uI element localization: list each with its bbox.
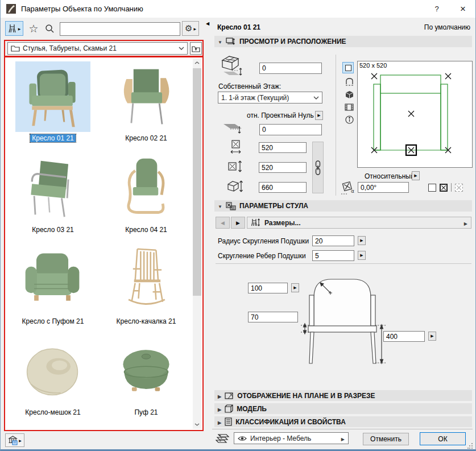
toggle-x-square-dashed[interactable] [455,184,463,192]
square-symbol-icon [345,65,351,71]
plan-preview-drawing [358,61,472,167]
object-settings-dialog: Параметры Объекта по Умолчанию ? × ☆ ⚙ С… [0,0,476,451]
section-header-chair-params[interactable]: ПАРАМЕТРЫ СТУЛА [214,200,472,212]
close-button[interactable]: × [454,2,471,16]
param-flyout-button[interactable] [358,251,366,260]
column-divider [336,55,336,196]
dim-flyout-button[interactable] [428,332,436,341]
section-title: ПРОСМОТР И РАСПОЛОЖЕНИЕ [239,38,346,45]
relative-to-flyout-button[interactable] [315,111,323,120]
toggle-x-square-selected[interactable] [440,184,448,192]
toggle-divider [451,183,452,192]
list-item[interactable]: Кресло 04 21 [109,153,184,234]
layer-selector[interactable]: Интерьер - Мебель [234,432,349,444]
preview-info-button[interactable] [343,114,355,125]
object-preview-area[interactable]: 520 x 520 [357,61,473,168]
back-radius-input[interactable] [248,283,288,293]
chevron-down-icon [179,47,184,50]
library-settings-button[interactable]: ⚙ [182,21,199,36]
home-story-dropdown[interactable]: 1. 1-й этаж (Текущий) [218,92,322,104]
cancel-button[interactable]: Отменить [363,433,409,445]
search-button[interactable] [43,22,56,35]
object-name-label: Кресло 02 21 [123,134,169,142]
preview-3d-view-button[interactable] [343,89,355,100]
object-type-button[interactable] [5,21,23,36]
preview-section-icon [226,38,236,45]
dim-flyout-button[interactable] [291,283,299,292]
help-button[interactable]: ? [428,2,445,16]
chair-params-section-icon [226,202,236,210]
rotation-label: Относительный [365,172,415,180]
cushion-edge-round-input[interactable] [312,250,354,261]
list-item[interactable]: Пуф 21 [109,336,184,416]
object-name-label: Кресло-мешок 21 [23,408,82,416]
seat-height-input[interactable] [383,331,425,342]
object-thumbnail [109,245,184,315]
height-input[interactable] [259,182,307,193]
search-icon [45,24,55,34]
rotation-angle-input[interactable] [358,182,409,193]
rotation-flyout-button[interactable] [412,171,420,180]
collapse-panel-arrow[interactable] [206,19,209,27]
scroll-down-button[interactable] [193,420,201,429]
default-state-label: По умолчанию [424,23,470,31]
collapse-arrow-icon [218,202,222,210]
folder-row-highlight: Стулья, Табуреты, Скамьи 21 [4,40,204,57]
list-item[interactable]: Кресло 03 21 [15,153,90,234]
ok-button[interactable]: ОК [420,432,466,445]
chair-dimension-diagram [295,275,392,366]
depth-input[interactable] [259,162,307,173]
library-manager-button[interactable] [5,433,24,447]
width-icon [229,140,243,155]
param-label: Скругление Ребер Подушки [218,252,306,260]
scroll-up-button[interactable] [193,59,201,67]
param-page-name: Размеры... [264,219,300,227]
section-header-model[interactable]: МОДЕЛЬ [214,403,472,414]
list-item[interactable]: Кресло 01 21 [15,61,90,142]
list-item[interactable]: Кресло с Пуфом 21 [15,245,90,325]
folder-dropdown[interactable]: Стулья, Табуреты, Скамьи 21 [7,42,188,55]
width-input[interactable] [259,142,307,153]
toggle-plain-square[interactable] [428,184,436,192]
pouf-image [113,338,179,404]
footer-divider [212,429,473,429]
expand-arrow-icon [218,418,221,426]
section-header-classification[interactable]: КЛАССИФИКАЦИЯ И СВОЙСТВА [214,416,472,427]
flyout-arrow-icon [341,435,345,442]
preview-2d-symbol-button[interactable] [342,62,354,73]
star-icon: ☆ [28,22,38,35]
favorites-button[interactable]: ☆ [26,21,42,36]
object-name-label: Пуф 21 [133,408,159,416]
section-header-plan-display[interactable]: ОТОБРАЖЕНИЕ НА ПЛАНЕ И В РАЗРЕЗЕ [214,390,472,401]
elevation-input[interactable] [259,63,322,74]
elevation-icon [219,55,245,76]
param-page-back-button[interactable]: ◀ [216,217,230,229]
offset-plane-icon [219,122,245,135]
list-scrollbar[interactable] [193,59,201,429]
film-strip-icon [345,104,354,111]
armchair-pouf-image [20,247,86,313]
list-item[interactable]: Кресло-качалка 21 [109,245,184,325]
folder-up-button[interactable] [190,42,202,55]
cushion-radius-input[interactable] [312,235,354,246]
preview-front-view-button[interactable] [343,76,355,88]
section-title: МОДЕЛЬ [237,405,267,413]
height-icon [227,180,245,193]
armchair-03-image [20,155,86,221]
list-item[interactable]: Кресло-мешок 21 [15,336,90,416]
link-dimensions-button[interactable] [312,142,324,193]
object-thumbnail [109,153,184,224]
param-page-forward-button[interactable]: ▶ [231,217,245,229]
list-item[interactable]: Кресло 02 21 [109,61,184,142]
resize-grip[interactable] [467,442,473,448]
preview-movie-button[interactable] [343,101,355,113]
scroll-thumb[interactable] [193,68,201,296]
param-flyout-button[interactable] [358,236,366,245]
object-name-label: Кресло-качалка 21 [115,317,178,325]
search-input[interactable] [60,22,180,36]
armchair-04-image [113,155,179,221]
cushion-thickness-input[interactable] [248,312,298,322]
offset-input[interactable] [259,124,322,135]
param-page-selector[interactable]: Размеры... [247,217,471,229]
section-header-preview[interactable]: ПРОСМОТР И РАСПОЛОЖЕНИЕ [214,36,472,47]
